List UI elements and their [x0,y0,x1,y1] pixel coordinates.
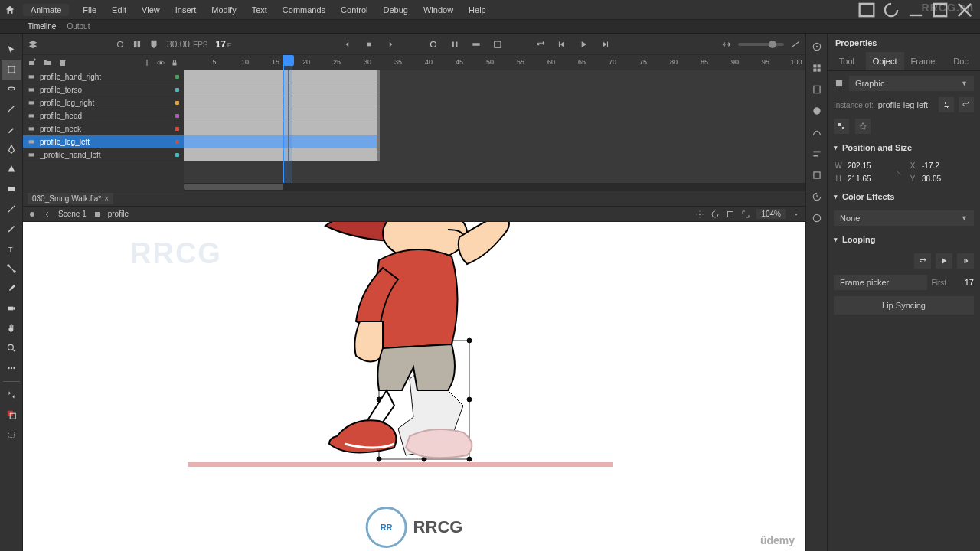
section-looping[interactable]: Looping [842,235,875,244]
bone-tool-icon[interactable] [2,259,21,279]
hand-tool-icon[interactable] [2,318,21,338]
stage[interactable]: RRCG [23,222,805,551]
brush-tool-icon[interactable] [2,119,21,139]
show-hide-layers-icon[interactable] [156,58,165,67]
swap-colors-icon[interactable] [2,385,21,405]
edit-symbol-icon[interactable] [959,97,974,112]
menu-view[interactable]: View [136,4,166,16]
marker-icon[interactable] [149,39,159,50]
timeline-frames[interactable]: 5101520253035404550556065707580859095100 [184,55,805,191]
menu-help[interactable]: Help [462,4,492,16]
break-apart-icon[interactable] [834,119,849,134]
menu-edit[interactable]: Edit [106,4,132,16]
layer-row[interactable]: _profile_hand_left [23,148,184,161]
layer-row[interactable]: profile_leg_left [23,135,184,148]
more-tools-icon[interactable] [2,358,21,378]
instance-type-select[interactable]: Graphic▼ [849,76,974,91]
eyedropper-tool-icon[interactable] [2,279,21,298]
rotate-stage-icon[interactable] [710,210,720,219]
first-frame-value[interactable]: 17 [951,278,974,287]
add-filter-icon[interactable] [855,119,871,134]
timeline-scrollbar[interactable] [184,183,805,191]
timeline-zoom-slider[interactable] [738,43,784,46]
loop-mode-once-icon[interactable] [936,253,952,269]
close-tab-icon[interactable]: × [104,194,109,203]
components-panel-icon[interactable] [812,213,822,223]
pencil-tool-icon[interactable] [2,219,21,239]
tab-object[interactable]: Object [866,52,904,70]
highlight-layers-icon[interactable] [142,58,152,67]
section-position-size[interactable]: Position and Size [842,143,912,152]
fps-value[interactable]: 30.00 [167,39,190,50]
layer-row[interactable]: profile_neck [23,122,184,135]
new-folder-icon[interactable] [43,58,52,67]
step-forward-icon[interactable] [599,39,610,50]
resize-timeline-icon[interactable] [790,39,801,50]
menu-file[interactable]: File [77,4,103,16]
track-row[interactable] [184,83,380,96]
center-stage-icon[interactable] [695,210,704,219]
lip-syncing-button[interactable]: Lip Syncing [834,296,974,315]
insert-keyframe-icon[interactable] [364,39,374,50]
track-row[interactable] [184,148,380,161]
home-icon[interactable] [5,5,15,15]
menu-commands[interactable]: Commands [276,4,332,16]
color-panel-icon[interactable] [812,106,822,116]
prev-keyframe-icon[interactable] [342,39,353,50]
layers-icon[interactable] [28,39,38,50]
breadcrumb-symbol[interactable]: profile [108,210,129,218]
tab-tool[interactable]: Tool [828,52,866,70]
assets-panel-icon[interactable] [812,63,822,73]
center-frame-icon[interactable] [471,39,482,50]
zoom-dropdown-icon[interactable] [792,210,801,219]
clip-stage-icon[interactable] [726,210,735,219]
rectangle-tool-icon[interactable] [2,179,21,199]
edit-scene-icon[interactable] [28,210,37,219]
track-row[interactable] [184,109,380,122]
menu-insert[interactable]: Insert [169,4,203,16]
loop-icon[interactable] [492,39,503,50]
onion-skin-icon[interactable] [115,39,126,50]
track-row[interactable] [184,135,380,148]
menu-debug[interactable]: Debug [377,4,414,16]
menu-text[interactable]: Text [246,4,273,16]
lock-aspect-icon[interactable]: ⟍ [894,168,903,177]
sync-icon[interactable] [880,2,902,18]
properties-panel-icon[interactable] [812,41,822,52]
step-back-icon[interactable] [557,39,567,50]
onion-outlines-icon[interactable] [428,39,439,50]
track-row[interactable] [184,122,380,135]
motion-panel-icon[interactable] [812,127,822,138]
width-tool-options-icon[interactable] [2,425,21,445]
menu-control[interactable]: Control [335,4,374,16]
library-panel-icon[interactable] [812,84,822,95]
track-row[interactable] [184,96,380,109]
track-row[interactable] [184,70,380,83]
text-tool-icon[interactable]: T [2,239,21,259]
menu-window[interactable]: Window [417,4,459,16]
transform-panel-icon[interactable] [812,170,822,181]
character-artwork[interactable] [230,222,551,482]
layer-row[interactable]: profile_leg_right [23,96,184,109]
width-value[interactable]: 202.15 [848,161,890,170]
color-effect-select[interactable]: None▼ [834,210,974,226]
fit-timeline-icon[interactable] [721,39,732,50]
current-frame-value[interactable]: 17 [215,39,225,50]
free-transform-tool-icon[interactable] [2,60,21,80]
tab-doc[interactable]: Doc [942,52,980,70]
menu-modify[interactable]: Modify [205,4,242,16]
frame-picker-button[interactable]: Frame picker [834,275,927,290]
zoom-value[interactable]: 104% [756,209,786,219]
onion-fill-icon[interactable] [449,39,460,50]
tab-frame[interactable]: Frame [904,52,942,70]
back-icon[interactable] [43,210,52,219]
align-panel-icon[interactable] [812,148,822,159]
edit-multiple-frames-icon[interactable] [132,39,142,50]
camera-tool-icon[interactable] [2,298,21,318]
play-icon[interactable] [578,39,589,50]
pen-tool-icon[interactable] [2,139,21,159]
tab-output[interactable]: Output [67,22,90,31]
breadcrumb-scene[interactable]: Scene 1 [58,210,87,218]
layer-row[interactable]: profile_torso [23,83,184,96]
next-keyframe-icon[interactable] [385,39,396,50]
